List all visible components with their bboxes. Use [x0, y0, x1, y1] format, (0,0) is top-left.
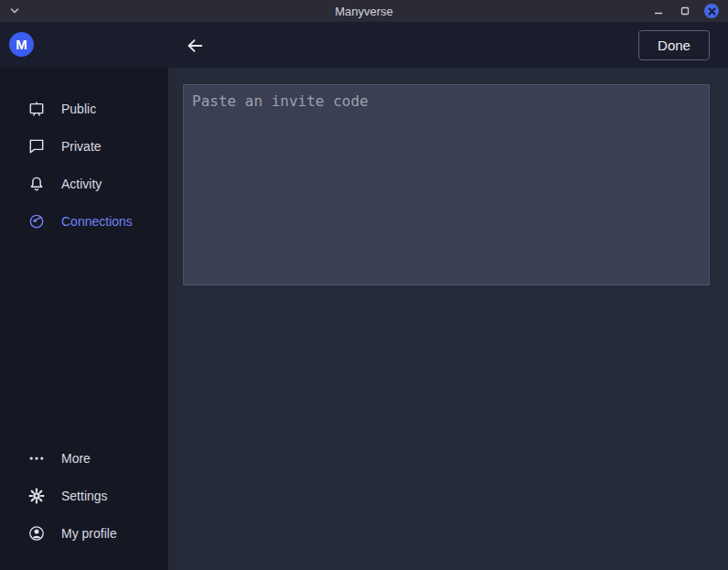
close-button[interactable]	[704, 4, 719, 18]
bell-icon	[27, 175, 46, 193]
sidebar-item-more[interactable]: More	[0, 439, 168, 477]
titlebar: Manyverse	[0, 0, 728, 22]
bulletin-board-icon	[27, 100, 46, 118]
sidebar-spacer	[0, 240, 168, 439]
minimize-button[interactable]	[651, 4, 666, 18]
ellipsis-icon	[27, 449, 46, 468]
sidebar-item-label: Settings	[61, 489, 108, 503]
sidebar-item-label: Activity	[61, 177, 102, 191]
sidebar-item-label: Public	[61, 102, 96, 116]
swarm-icon	[27, 212, 46, 231]
gear-icon	[27, 487, 46, 505]
sidebar: Public Private Activity Connections	[0, 68, 168, 570]
sidebar-item-activity[interactable]: Activity	[0, 165, 168, 202]
sidebar-item-public[interactable]: Public	[0, 90, 168, 127]
app-body: Public Private Activity Connections	[0, 68, 728, 570]
sidebar-item-my-profile[interactable]: My profile	[0, 514, 168, 552]
window-controls	[651, 0, 719, 22]
manyverse-logo: M	[9, 32, 34, 57]
manyverse-window: Manyverse M Done Public	[0, 0, 728, 570]
sidebar-item-connections[interactable]: Connections	[0, 202, 168, 240]
person-icon	[27, 524, 46, 543]
content-area	[168, 68, 728, 570]
sidebar-item-label: My profile	[61, 526, 117, 541]
sidebar-item-private[interactable]: Private	[0, 127, 168, 165]
restore-button[interactable]	[678, 4, 692, 18]
sidebar-item-label: More	[61, 451, 91, 466]
app-header: M Done	[0, 22, 728, 68]
sidebar-item-settings[interactable]: Settings	[0, 477, 168, 514]
window-title: Manyverse	[0, 5, 728, 18]
sidebar-item-label: Private	[61, 139, 102, 154]
back-arrow-icon[interactable]	[183, 34, 207, 58]
done-button[interactable]: Done	[638, 30, 710, 60]
message-icon	[27, 137, 46, 156]
invite-code-input[interactable]	[183, 84, 710, 285]
sidebar-item-label: Connections	[61, 214, 133, 229]
window-menu-chevron-icon[interactable]	[8, 5, 21, 17]
